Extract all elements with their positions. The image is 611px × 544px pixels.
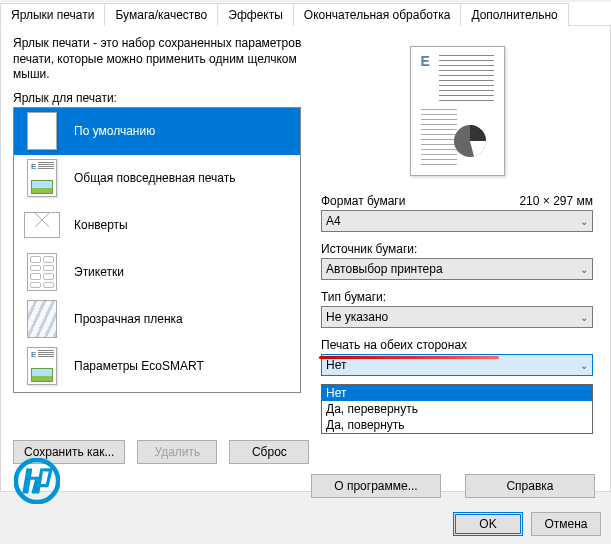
reset-button[interactable]: Сброс: [229, 440, 309, 464]
duplex-value: Нет: [326, 358, 346, 372]
paper-size-value: A4: [326, 214, 341, 228]
paper-source-label: Источник бумаги:: [321, 242, 593, 256]
about-button[interactable]: О программе...: [311, 474, 441, 498]
highlight-annotation: [319, 356, 499, 359]
ok-button[interactable]: OK: [453, 512, 523, 536]
chevron-down-icon: ⌄: [580, 264, 588, 275]
duplex-option-flip[interactable]: Да, перевернуть: [322, 401, 592, 417]
tab-finishing[interactable]: Окончательная обработка: [293, 3, 462, 26]
dialog-footer: OK Отмена: [453, 512, 601, 536]
tabs-bar: Ярлыки печати Бумага/качество Эффекты Ок…: [0, 2, 611, 26]
shortcut-item-envelopes[interactable]: Конверты: [14, 202, 300, 249]
delete-button: Удалить: [137, 440, 217, 464]
tab-paper-quality[interactable]: Бумага/качество: [104, 3, 218, 26]
paper-source-combo[interactable]: Автовыбор принтера ⌄: [321, 258, 593, 280]
paper-type-value: Не указано: [326, 310, 388, 324]
cancel-button[interactable]: Отмена: [531, 512, 601, 536]
duplex-label: Печать на обеих сторонах: [321, 338, 593, 352]
shortcut-item-labels[interactable]: Этикетки: [14, 249, 300, 296]
page-blank-icon: [18, 111, 66, 151]
shortcut-item-label: Конверты: [70, 218, 128, 232]
help-button[interactable]: Справка: [465, 474, 595, 498]
chevron-down-icon: ⌄: [580, 312, 588, 323]
duplex-option-rotate[interactable]: Да, повернуть: [322, 417, 592, 433]
paper-size-label: Формат бумаги: [321, 194, 405, 208]
hp-logo-icon: [14, 458, 60, 504]
tab-advanced[interactable]: Дополнительно: [460, 3, 568, 26]
chevron-down-icon: ⌄: [580, 360, 588, 371]
envelope-icon: [18, 205, 66, 245]
tab-effects[interactable]: Эффекты: [217, 3, 294, 26]
right-column: E Формат бумаги 210 × 297 мм A4 ⌄ Источн…: [321, 36, 593, 376]
shortcut-list[interactable]: По умолчанию E Общая повседневная печать…: [13, 107, 301, 393]
about-help-row: О программе... Справка: [311, 474, 595, 498]
paper-size-combo[interactable]: A4 ⌄: [321, 210, 593, 232]
transparency-icon: [18, 299, 66, 339]
shortcut-item-label: По умолчанию: [70, 124, 155, 138]
shortcut-item-default[interactable]: По умолчанию: [14, 108, 300, 155]
shortcut-item-label: Прозрачная пленка: [70, 312, 183, 326]
tab-panel: Ярлык печати - это набор сохраненных пар…: [0, 26, 611, 492]
shortcut-description: Ярлык печати - это набор сохраненных пар…: [13, 36, 303, 83]
shortcut-item-label: Параметры EcoSMART: [70, 359, 204, 373]
page-doc-icon: E: [18, 346, 66, 386]
labels-icon: [18, 252, 66, 292]
pie-chart-icon: [450, 121, 490, 161]
tab-shortcuts[interactable]: Ярлыки печати: [0, 3, 105, 26]
page-doc-icon: E: [18, 158, 66, 198]
chevron-down-icon: ⌄: [580, 216, 588, 227]
shortcut-item-ecosmart[interactable]: E Параметры EcoSMART: [14, 343, 300, 390]
shortcut-item-label: Общая повседневная печать: [70, 171, 235, 185]
paper-size-dim: 210 × 297 мм: [519, 194, 593, 208]
duplex-option-none[interactable]: Нет: [322, 385, 592, 401]
page-preview: E: [410, 46, 505, 176]
duplex-dropdown[interactable]: Нет Да, перевернуть Да, повернуть: [321, 384, 593, 434]
shortcut-item-label: Этикетки: [70, 265, 124, 279]
shortcut-item-transparency[interactable]: Прозрачная пленка: [14, 296, 300, 343]
preview-e-letter: E: [421, 53, 430, 69]
preview-lines-icon: [439, 55, 494, 103]
paper-type-combo[interactable]: Не указано ⌄: [321, 306, 593, 328]
shortcut-item-everyday[interactable]: E Общая повседневная печать: [14, 155, 300, 202]
paper-source-value: Автовыбор принтера: [326, 262, 443, 276]
paper-type-label: Тип бумаги:: [321, 290, 593, 304]
